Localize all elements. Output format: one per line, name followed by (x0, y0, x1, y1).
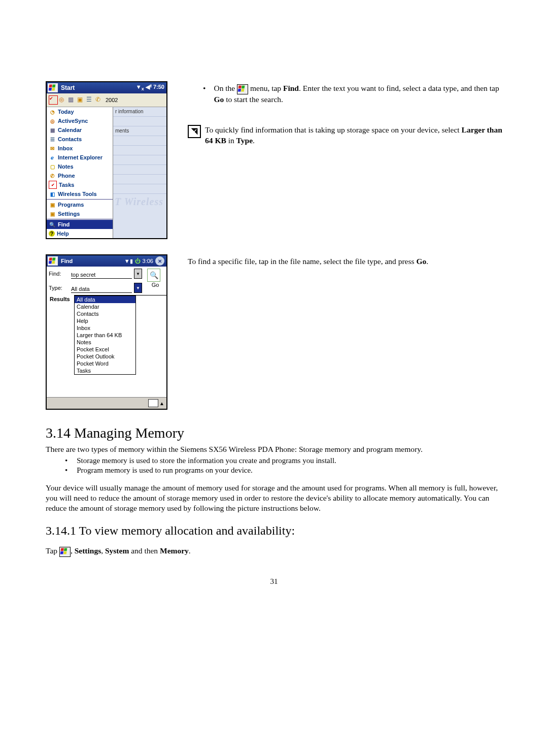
memory-intro: There are two types of memory within the… (46, 444, 502, 454)
menu-item-activesync[interactable]: ◎ActiveSync (47, 116, 113, 125)
programs-icon: ▣ (49, 201, 56, 208)
carrier-watermark: T Wireless (115, 196, 163, 208)
menu-item-ie[interactable]: ℯInternet Explorer (47, 153, 113, 162)
section-heading-3-14: 3.14 Managing Memory (46, 425, 502, 441)
type-option[interactable]: Notes (75, 339, 135, 346)
section-heading-3-14-1: 3.14.1 To view memory allocation and ava… (46, 524, 502, 538)
phone-mini-icon: ✆ (95, 96, 104, 104)
title-bar: Start ▼x ◀ᴱ 7:50 (47, 82, 166, 93)
keyboard-icon[interactable] (148, 399, 158, 407)
memory-detail: Your device will usually manage the amou… (46, 483, 502, 513)
results-label: Results (47, 295, 74, 397)
calendar-icon: ▦ (49, 126, 56, 134)
menu-item-settings[interactable]: ▣Settings (47, 209, 113, 218)
find-file-paragraph: To find a specific file, tap in the file… (188, 256, 502, 267)
type-option[interactable]: Pocket Word (75, 360, 135, 367)
page-number: 31 (46, 577, 502, 586)
today-icon: ◔ (49, 108, 56, 115)
menu-item-tasks[interactable]: ✔Tasks (47, 180, 113, 189)
type-option[interactable]: Contacts (75, 310, 135, 317)
menu-item-calendar[interactable]: ▦Calendar (47, 125, 113, 135)
status-area: ▼x ◀ᴱ 7:50 (136, 84, 166, 91)
type-dropdown-list[interactable]: All data Calendar Contacts Help Inbox La… (74, 295, 136, 375)
windows-flag-icon[interactable] (48, 83, 58, 92)
menu-item-find[interactable]: 🔍Find (47, 220, 113, 229)
notes-icon: ▢ (49, 163, 56, 170)
menu-item-notes[interactable]: ▢Notes (47, 162, 113, 171)
title-text: Start (59, 84, 136, 91)
tasks-mini-icon: ✔ (49, 95, 58, 105)
type-option[interactable]: Larger than 64 KB (75, 332, 135, 339)
inline-start-icon (237, 84, 248, 94)
menu-item-today[interactable]: ◔Today (47, 107, 113, 116)
calendar-mini-icon: ▦ (68, 96, 76, 104)
close-button[interactable]: ✕ (155, 256, 164, 266)
battery-icon: ⏻ (135, 258, 141, 264)
note-block: To quickly find information that is taki… (188, 125, 502, 146)
sync-icon: ◎ (49, 117, 56, 124)
find-history-dropdown[interactable]: ▼ (134, 269, 142, 279)
ie-icon: ℯ (49, 154, 56, 161)
go-label: Go (147, 282, 163, 288)
contacts-mini-icon: ☰ (86, 96, 94, 104)
type-option[interactable]: Help (75, 317, 135, 324)
find-title-bar: Find ▼▮ ⏻ 3:06 ✕ (47, 255, 166, 267)
type-select[interactable]: All data (71, 283, 132, 293)
type-dropdown-button[interactable]: ▼ (134, 283, 142, 293)
help-icon: ? (49, 231, 55, 237)
signal-icon: ▼x (136, 84, 144, 90)
clock-text: 3:06 (143, 258, 153, 264)
sip-arrow-icon[interactable]: ▲ (159, 401, 164, 406)
results-list: All data Calendar Contacts Help Inbox La… (74, 295, 166, 397)
clock-text: 7:50 (153, 84, 164, 90)
find-screenshot: Find ▼▮ ⏻ 3:06 ✕ Find: top secret ▼ (46, 254, 167, 410)
find-label: Find: (49, 271, 69, 277)
find-title: Find (59, 258, 124, 264)
settings-icon: ▣ (49, 210, 56, 217)
wireless-icon: ◧ (49, 190, 56, 198)
type-option[interactable]: Pocket Outlook (75, 353, 135, 360)
speaker-icon: ◀ᴱ (146, 84, 152, 90)
type-option[interactable]: Pocket Excel (75, 346, 135, 353)
menu-item-wireless[interactable]: ◧Wireless Tools (47, 189, 113, 199)
inline-start-icon (59, 547, 71, 557)
menu-item-phone[interactable]: ✆Phone (47, 171, 113, 180)
notes-mini-icon: ▣ (77, 96, 85, 104)
menu-item-contacts[interactable]: ☰Contacts (47, 135, 113, 144)
find-input[interactable]: top secret (71, 269, 132, 279)
phone-icon: ✆ (49, 172, 56, 179)
find-icon: 🔍 (49, 221, 56, 228)
menu-item-inbox[interactable]: ✉Inbox (47, 144, 113, 153)
start-menu-screenshot: Start ▼x ◀ᴱ 7:50 ✔ ◎ ▦ ▣ ☰ ✆ 2002 (46, 81, 167, 239)
menu-item-programs[interactable]: ▣Programs (47, 200, 113, 209)
sync-mini-icon: ◎ (59, 96, 67, 104)
type-option[interactable]: All data (75, 296, 135, 303)
note-arrow-icon (188, 125, 201, 138)
today-screen-behind: r information ments T Wireless (113, 107, 166, 238)
type-option[interactable]: Inbox (75, 324, 135, 332)
type-option[interactable]: Calendar (75, 303, 135, 310)
windows-flag-icon[interactable] (48, 256, 58, 266)
instruction-bullet: • On the menu, tap Find. Enter the text … (203, 83, 502, 105)
tasks-icon: ✔ (49, 181, 57, 189)
menu-item-help[interactable]: ?Help (47, 229, 113, 238)
type-option[interactable]: Tasks (75, 367, 135, 374)
inbox-icon: ✉ (49, 145, 56, 152)
signal-icon: ▼▮ (124, 258, 133, 265)
sip-bar: ▲ (47, 397, 166, 409)
year-partial: 2002 (105, 97, 118, 103)
type-label: Type: (49, 285, 69, 291)
memory-bullets: Storage memory is used to store the info… (51, 456, 502, 475)
go-button[interactable]: 🔍 (147, 269, 160, 282)
contacts-icon: ☰ (49, 136, 56, 143)
today-toolbar: ✔ ◎ ▦ ▣ ☰ ✆ 2002 (47, 93, 166, 107)
tap-instruction: Tap , Settings, System and then Memory. (46, 546, 502, 557)
